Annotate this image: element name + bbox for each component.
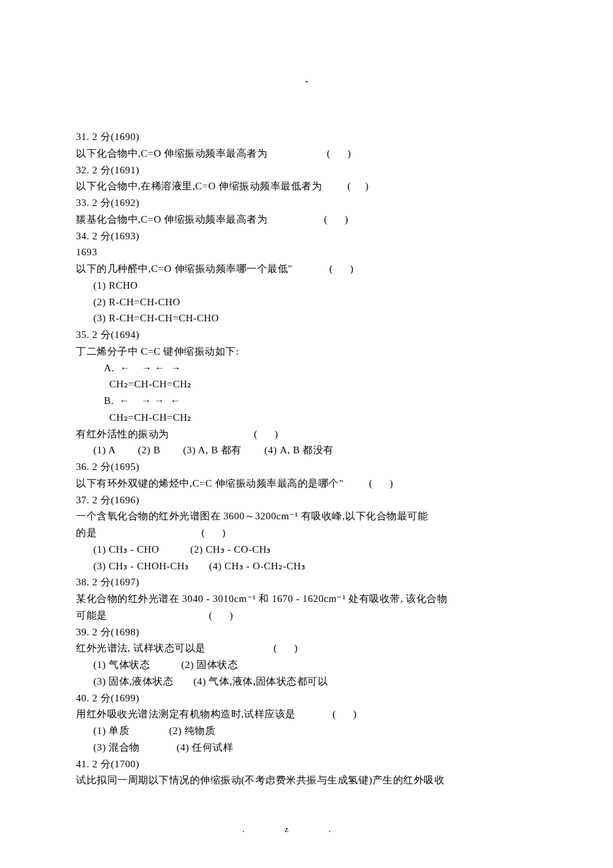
q34-text: 以下的几种醛中,C=O 伸缩振动频率哪一个最低" ( ): [76, 261, 537, 277]
q33-text: 羰基化合物中,C=O 伸缩振动频率最高者为 ( ): [76, 211, 537, 228]
footer-left: .: [243, 824, 285, 834]
q35-a-label: A. ← → ← →: [76, 360, 537, 377]
q39-opts1: (1) 气体状态 (2) 固体状态: [76, 657, 537, 673]
q34-opt3: (3) R-CH=CH-CH=CH-CHO: [76, 310, 537, 327]
q37-header: 37. 2 分(1696): [76, 492, 537, 509]
q39-header: 39. 2 分(1698): [76, 624, 537, 641]
q35-opts: (1) A (2) B (3) A, B 都有 (4) A, B 都没有: [76, 442, 537, 459]
q35-b-formula: CH₂=CH-CH=CH₂: [76, 409, 537, 426]
q37-line1: 一个含氧化合物的红外光谱图在 3600～3200cm⁻¹ 有吸收峰,以下化合物最…: [76, 508, 537, 525]
q40-header: 40. 2 分(1699): [76, 690, 537, 707]
q38-line1: 某化合物的红外光谱在 3040 - 3010cm⁻¹ 和 1670 - 1620…: [76, 591, 537, 607]
q37-line2: 的是 ( ): [76, 525, 537, 541]
q35-a-formula: CH₂=CH-CH=CH₂: [76, 376, 537, 393]
q38-line2: 可能是 ( ): [76, 607, 537, 624]
footer-right: z.: [285, 824, 370, 834]
q39-text: 红外光谱法, 试样状态可以是 ( ): [76, 640, 537, 657]
q40-text: 用红外吸收光谱法测定有机物构造时,试样应该是 ( ): [76, 706, 537, 723]
q36-header: 36. 2 分(1695): [76, 459, 537, 475]
q37-opts2: (3) CH₃ - CHOH-CH₃ (4) CH₃ - O-CH₂-CH₃: [76, 558, 537, 575]
q35-header: 35. 2 分(1694): [76, 327, 537, 343]
q32-header: 32. 2 分(1691): [76, 162, 537, 179]
q34-opt2: (2) R-CH=CH-CHO: [76, 294, 537, 311]
q35-b-label: B. ← → → ←: [76, 393, 537, 409]
q40-opts1: (1) 单质 (2) 纯物质: [76, 723, 537, 739]
q38-header: 38. 2 分(1697): [76, 574, 537, 591]
q31-text: 以下化合物中,C=O 伸缩振动频率最高者为 ( ): [76, 145, 537, 162]
q40-opts2: (3) 混合物 (4) 任何试样: [76, 739, 537, 756]
q34-opt1: (1) RCHO: [76, 277, 537, 294]
page-footer: .z.: [76, 822, 537, 836]
q41-header: 41. 2 分(1700): [76, 756, 537, 773]
q35-intro: 丁二烯分子中 C=C 键伸缩振动如下:: [76, 343, 537, 360]
q37-opts1: (1) CH₃ - CHO (2) CH₃ - CO-CH₃: [76, 541, 537, 558]
q34-header: 34. 2 分(1693): [76, 228, 537, 245]
top-dash: -: [76, 73, 537, 89]
q36-text: 以下有环外双键的烯烃中,C=C 伸缩振动频率最高的是哪个" ( ): [76, 475, 537, 492]
q41-text: 试比拟同一周期以下情况的伸缩振动(不考虑费米共振与生成氢键)产生的红外吸收: [76, 772, 537, 789]
q32-text: 以下化合物中,在稀溶液里,C=O 伸缩振动频率最低者为 ( ): [76, 178, 537, 195]
q34-id: 1693: [76, 244, 537, 261]
q35-question: 有红外活性的振动为 ( ): [76, 426, 537, 443]
q39-opts2: (3) 固体,液体状态 (4) 气体,液体,固体状态都可以: [76, 673, 537, 690]
q33-header: 33. 2 分(1692): [76, 195, 537, 211]
q31-header: 31. 2 分(1690): [76, 129, 537, 145]
